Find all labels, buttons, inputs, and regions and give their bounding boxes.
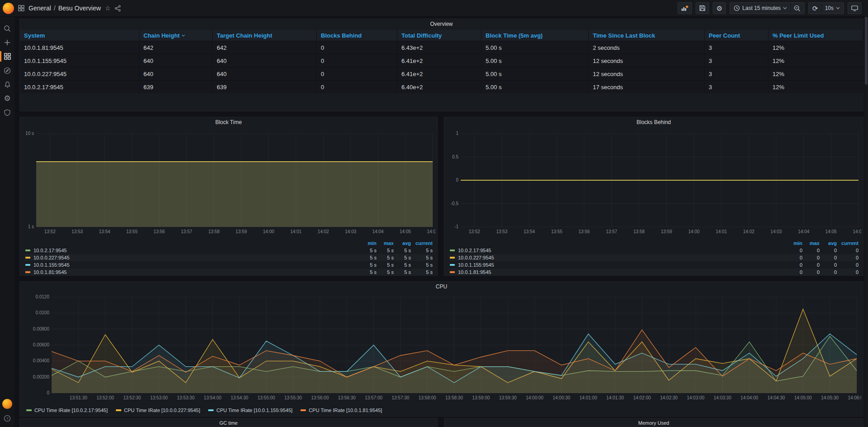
sidebar-item-configuration[interactable]: ⚙: [0, 91, 14, 106]
legend-item[interactable]: CPU Time IRate [10.0.2.17:9545]: [26, 408, 108, 413]
series-swatch-icon: [25, 249, 30, 251]
svg-text:13:54: 13:54: [99, 229, 110, 234]
breadcrumb-section[interactable]: General: [29, 5, 51, 12]
sidebar-item-search[interactable]: [0, 21, 14, 35]
svg-text:13:52: 13:52: [44, 229, 56, 234]
series-name[interactable]: 10.0.2.17:9545: [33, 248, 359, 253]
table-cell: 5.00 s: [482, 41, 589, 54]
scrollbar-thumb[interactable]: [865, 17, 868, 85]
column-header[interactable]: Block Time (5m avg): [482, 30, 589, 41]
legend-stat-value: 5 s: [377, 269, 394, 275]
series-name[interactable]: 10.0.0.227:9545: [458, 255, 785, 260]
legend-stat-value: 5 s: [411, 255, 433, 260]
legend-stat-column[interactable]: avg: [820, 240, 837, 247]
series-name[interactable]: 10.0.2.17:9545: [458, 248, 785, 253]
legend-stat-column[interactable]: current: [837, 240, 858, 247]
column-header[interactable]: Peer Count: [705, 30, 768, 41]
save-dashboard-button[interactable]: [696, 2, 709, 14]
block-time-chart[interactable]: 13:5213:5313:5413:5513:5613:5713:5813:59…: [23, 127, 435, 240]
series-name[interactable]: 10.0.1.81:9545: [33, 269, 359, 275]
time-range-picker[interactable]: Last 15 minutes: [730, 3, 790, 14]
svg-text:14:03: 14:03: [345, 229, 356, 234]
column-header[interactable]: System: [20, 30, 139, 41]
sidebar-item-server-admin[interactable]: [0, 106, 14, 120]
svg-text:13:53: 13:53: [72, 229, 83, 234]
series-name[interactable]: 10.0.1.155:9545: [33, 262, 359, 268]
legend-row: 10.0.2.17:95455 s5 s5 s5 s: [24, 247, 433, 254]
legend-stat-value: 5 s: [394, 269, 411, 275]
series-name[interactable]: 10.0.1.81:9545: [458, 269, 785, 275]
column-header[interactable]: Time Since Last Block: [589, 30, 705, 41]
cpu-panel: CPU 13:51:3013:52:0013:52:3013:53:0013:5…: [19, 281, 863, 417]
cpu-chart[interactable]: 13:51:3013:52:0013:52:3013:53:0013:53:30…: [23, 292, 861, 406]
table-cell: 642: [213, 41, 317, 54]
svg-text:13:54:30: 13:54:30: [231, 395, 248, 400]
svg-text:13:58:00: 13:58:00: [419, 395, 436, 400]
series-name[interactable]: 10.0.0.227:9545: [33, 255, 359, 260]
legend-item[interactable]: CPU Time IRate [10.0.1.81:9545]: [300, 408, 382, 413]
sidebar-item-help[interactable]: ?: [0, 413, 14, 423]
legend-stat-value: 0: [820, 269, 837, 275]
legend-stat-column[interactable]: max: [377, 240, 394, 247]
svg-text:14:05: 14:05: [400, 229, 411, 234]
legend-stat-column[interactable]: min: [785, 240, 802, 247]
apps-grid-icon: [18, 5, 24, 11]
legend-item[interactable]: CPU Time IRate [10.0.0.227:9545]: [116, 408, 200, 413]
zoom-out-time-button[interactable]: [791, 3, 804, 14]
legend-stat-column[interactable]: max: [802, 240, 820, 247]
series-name[interactable]: 10.0.1.155:9545: [458, 262, 785, 268]
svg-text:14:00: 14:00: [263, 229, 274, 234]
column-header[interactable]: Target Chain Height: [213, 30, 317, 41]
panel-title[interactable]: CPU: [20, 282, 863, 292]
column-header[interactable]: Blocks Behind: [317, 30, 397, 41]
series-swatch-icon: [26, 409, 32, 411]
add-panel-button[interactable]: [677, 2, 692, 14]
grafana-logo[interactable]: [3, 3, 14, 14]
page-scrollbar: [864, 17, 868, 427]
svg-text:13:53: 13:53: [496, 229, 507, 234]
column-header[interactable]: Total Difficulty: [397, 30, 482, 41]
panel-title[interactable]: Memory Used: [444, 418, 863, 427]
svg-text:13:58: 13:58: [634, 229, 645, 234]
series-swatch-icon: [208, 409, 214, 411]
svg-text:1 s: 1 s: [28, 224, 34, 229]
column-header[interactable]: Chain Height: [139, 30, 213, 41]
legend-stat-column[interactable]: avg: [394, 240, 411, 247]
panel-title[interactable]: Blocks Behind: [444, 117, 863, 127]
svg-text:13:52: 13:52: [469, 229, 480, 234]
refresh-button[interactable]: ⟳: [809, 3, 821, 14]
column-header[interactable]: % Peer Limit Used: [768, 30, 863, 41]
sidebar-item-dashboards[interactable]: [0, 49, 14, 63]
refresh-interval-label: 10s: [825, 5, 834, 11]
sidebar-item-create[interactable]: [0, 35, 14, 49]
panel-title[interactable]: Overview: [20, 19, 863, 29]
sort-caret-icon: [181, 34, 185, 37]
table-cell: 639: [139, 80, 213, 93]
svg-text:13:54:00: 13:54:00: [204, 395, 221, 400]
panel-title[interactable]: GC time: [20, 418, 437, 427]
breadcrumb[interactable]: General / Besu Overview: [29, 5, 101, 12]
series-swatch-icon: [300, 409, 306, 411]
refresh-interval-picker[interactable]: 10s: [822, 3, 843, 14]
sidebar-item-explore[interactable]: [0, 63, 14, 77]
star-dashboard-icon[interactable]: ☆: [105, 5, 111, 12]
svg-text:13:57: 13:57: [606, 229, 617, 234]
user-avatar[interactable]: [2, 399, 12, 409]
chevron-down-icon: [836, 7, 840, 10]
cycle-view-mode-button[interactable]: [848, 2, 862, 14]
table-cell: 6.41e+2: [397, 54, 482, 67]
table-cell: 5.00 s: [482, 80, 589, 93]
blocks-behind-chart[interactable]: 13:5213:5313:5413:5513:5613:5713:5813:59…: [447, 127, 861, 240]
legend-stat-column[interactable]: current: [411, 240, 433, 247]
refresh-icon: ⟳: [812, 5, 818, 12]
legend-item[interactable]: CPU Time IRate [10.0.1.155:9545]: [208, 408, 292, 413]
panel-title[interactable]: Block Time: [20, 117, 437, 127]
series-swatch-icon: [25, 271, 30, 273]
table-cell: 6.41e+2: [397, 67, 482, 80]
dashboard-settings-button[interactable]: ⚙: [713, 2, 726, 14]
svg-text:14:05:30: 14:05:30: [821, 395, 839, 400]
overview-table: SystemChain HeightTarget Chain HeightBlo…: [20, 30, 863, 93]
sidebar-item-alerting[interactable]: [0, 77, 14, 91]
legend-stat-column[interactable]: min: [359, 240, 377, 247]
share-icon[interactable]: [114, 5, 121, 12]
